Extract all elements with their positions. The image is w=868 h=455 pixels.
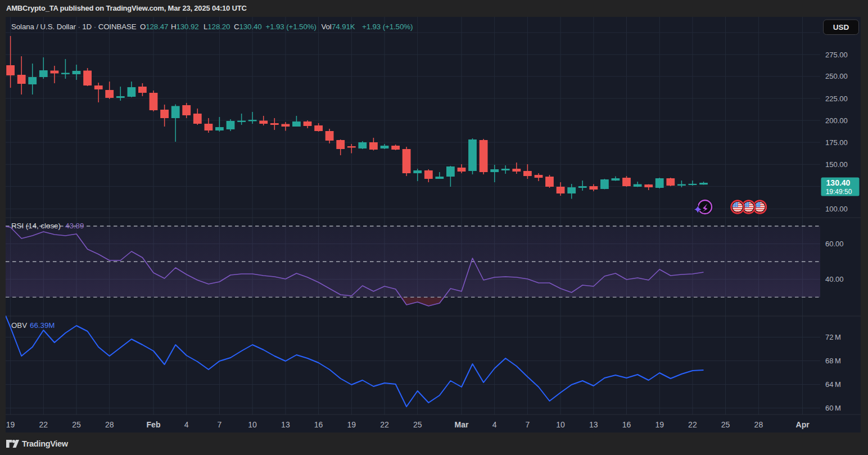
svg-text:250.00: 250.00: [825, 72, 848, 80]
svg-text:16: 16: [314, 420, 323, 429]
svg-text:Apr: Apr: [796, 420, 810, 429]
svg-text:Feb: Feb: [147, 420, 161, 429]
svg-text:68 M: 68 M: [825, 357, 841, 365]
svg-text:7: 7: [526, 420, 530, 429]
svg-text:10: 10: [248, 420, 257, 429]
svg-text:19: 19: [655, 420, 664, 429]
svg-text:+1.93 (+1.50%): +1.93 (+1.50%): [266, 22, 317, 31]
svg-text:40.00: 40.00: [825, 275, 844, 283]
svg-text:22: 22: [380, 420, 389, 429]
svg-text:28: 28: [105, 420, 114, 429]
svg-text:+1.93 (+1.50%): +1.93 (+1.50%): [362, 22, 413, 31]
svg-text:USD: USD: [833, 23, 849, 31]
svg-text:OBV: OBV: [11, 321, 27, 330]
svg-text:Mar: Mar: [455, 420, 469, 429]
svg-text:4: 4: [492, 420, 497, 429]
svg-text:25: 25: [72, 420, 81, 429]
svg-text:16: 16: [622, 420, 631, 429]
svg-text:60 M: 60 M: [825, 404, 841, 412]
svg-text:64 M: 64 M: [825, 380, 841, 389]
svg-text:13: 13: [281, 420, 290, 429]
svg-text:60.00: 60.00: [825, 240, 844, 248]
svg-text:RSI (14, close): RSI (14, close): [11, 222, 61, 230]
svg-text:19: 19: [6, 420, 15, 429]
svg-text:200.00: 200.00: [825, 116, 848, 125]
svg-text:19: 19: [347, 420, 356, 429]
svg-text:H130.92: H130.92: [171, 22, 199, 31]
svg-text:72 M: 72 M: [825, 333, 841, 341]
svg-text:66.39M: 66.39M: [30, 321, 55, 330]
svg-text:25: 25: [413, 420, 422, 429]
svg-text:Vol: Vol: [322, 22, 332, 31]
svg-text:O128.47: O128.47: [140, 22, 168, 31]
svg-text:10: 10: [556, 420, 565, 429]
svg-text:74.91K: 74.91K: [332, 22, 355, 31]
svg-text:28: 28: [754, 420, 763, 429]
svg-text:22: 22: [39, 420, 48, 429]
svg-text:175.00: 175.00: [825, 138, 848, 147]
svg-text:Solana / U.S. Dollar · 1D · CO: Solana / U.S. Dollar · 1D · COINBASE: [11, 22, 137, 31]
svg-text:43.89: 43.89: [65, 222, 84, 230]
svg-text:C130.40: C130.40: [234, 22, 262, 31]
svg-text:L128.20: L128.20: [204, 22, 230, 31]
svg-text:7: 7: [218, 420, 222, 429]
svg-text:275.00: 275.00: [825, 51, 848, 59]
svg-text:22: 22: [688, 420, 697, 429]
svg-text:4: 4: [184, 420, 189, 429]
svg-text:150.00: 150.00: [825, 160, 848, 169]
svg-text:13: 13: [589, 420, 598, 429]
svg-text:19:49:50: 19:49:50: [826, 188, 852, 196]
svg-text:225.00: 225.00: [825, 94, 848, 103]
svg-text:100.00: 100.00: [825, 205, 848, 213]
svg-text:25: 25: [721, 420, 730, 429]
svg-text:130.40: 130.40: [826, 178, 851, 187]
